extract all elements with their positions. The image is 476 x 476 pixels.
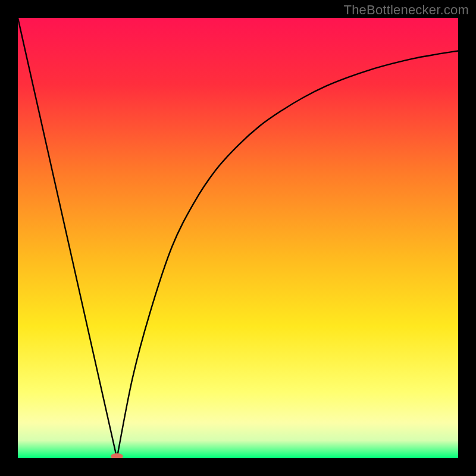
attribution-text: TheBottlenecker.com: [344, 2, 469, 18]
chart-svg: [18, 18, 458, 458]
chart-frame: TheBottlenecker.com: [0, 0, 476, 476]
plot-area: [18, 18, 458, 458]
gradient-background: [18, 18, 458, 458]
